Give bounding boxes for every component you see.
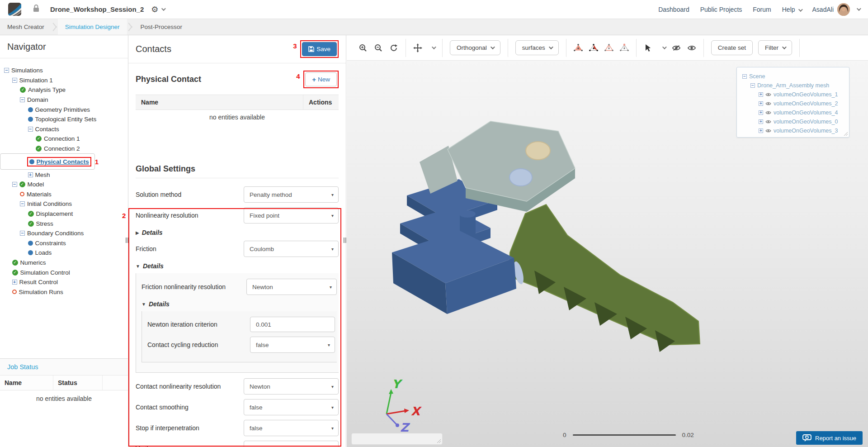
cursor-select-icon[interactable] (644, 43, 653, 52)
user-menu[interactable]: AsadAli (812, 3, 860, 16)
select-contact-smoothing[interactable]: false▾ (244, 399, 339, 415)
details-toggle[interactable]: ▼Details (136, 262, 339, 270)
collapse-icon[interactable]: − (750, 83, 755, 88)
expand-icon[interactable]: + (759, 92, 763, 97)
select-nonlinearity-resolution[interactable]: Fixed point▾ (244, 207, 339, 224)
scene-root[interactable]: −Scene (741, 72, 845, 81)
sidebar-item-simulations[interactable]: −Simulations (0, 66, 128, 76)
scene-item-volumeongeovolumes-0[interactable]: +volumeOnGeoVolumes_0 (741, 117, 845, 126)
details-toggle[interactable]: ▶Details (136, 229, 339, 236)
expand-icon[interactable]: + (12, 280, 17, 285)
input-newton-iteration-criterion[interactable] (250, 317, 335, 332)
collapse-icon[interactable]: − (20, 97, 25, 102)
select-stop-if-interpenetration[interactable]: false▾ (244, 420, 339, 436)
sidebar-item-connection-1[interactable]: ✓Connection 1 (0, 134, 128, 144)
collapse-icon[interactable]: − (20, 231, 25, 236)
chevron-down-icon[interactable] (161, 6, 166, 11)
scene-mesh[interactable]: −Drone_Arm_Assembly mesh (741, 81, 845, 90)
sidebar-item-displacement[interactable]: ✓Displacement (0, 209, 128, 219)
nav-dashboard[interactable]: Dashboard (658, 6, 689, 13)
scene-item-volumeongeovolumes-4[interactable]: +volumeOnGeoVolumes_4 (741, 108, 845, 117)
resize-handle-icon[interactable] (843, 131, 848, 136)
select-node-icon[interactable] (620, 43, 629, 52)
sidebar-item-analysis-type[interactable]: ✓Analysis Type (0, 85, 128, 95)
select-contact-cycling-reduction[interactable]: false▾ (250, 337, 335, 353)
sidebar-item-mesh[interactable]: +Mesh (0, 170, 128, 180)
sidebar-item-simulation-control[interactable]: ✓Simulation Control (0, 267, 128, 277)
chevron-down-icon[interactable] (662, 45, 667, 49)
collapse-icon[interactable]: − (12, 182, 17, 187)
show-entity-icon[interactable] (687, 43, 696, 52)
reset-view-icon[interactable] (389, 43, 398, 52)
pan-move-icon[interactable] (413, 43, 422, 52)
select-verify-norms[interactable]: true▾ (244, 441, 339, 447)
panel-resize-handle[interactable] (126, 238, 128, 243)
tab-simulation-designer[interactable]: Simulation Designer (58, 19, 127, 35)
tab-post-processor[interactable]: Post-Processor (133, 19, 189, 35)
render-mode-dropdown[interactable]: surfaces (515, 40, 559, 55)
select-contact-nonlinearity-resolution[interactable]: Newton▾ (244, 378, 339, 395)
scene-item-volumeongeovolumes-3[interactable]: +volumeOnGeoVolumes_3 (741, 126, 845, 135)
sidebar-item-constraints[interactable]: Constraints (0, 238, 128, 248)
3d-viewport[interactable]: Orthogonal surfaces Create set Filter −S… (347, 35, 868, 447)
sidebar-item-physical-contacts[interactable]: Physical Contacts1 (0, 153, 95, 170)
hide-entity-icon[interactable] (672, 43, 681, 52)
collapse-icon[interactable]: − (12, 78, 17, 83)
sidebar-item-materials[interactable]: Materials (0, 190, 128, 200)
expand-icon[interactable]: + (28, 172, 33, 177)
sidebar-item-connection-2[interactable]: ✓Connection 2 (0, 144, 128, 154)
chevron-down-icon[interactable] (432, 45, 436, 49)
sidebar-item-domain[interactable]: −Domain (0, 95, 128, 105)
nav-help[interactable]: Help (782, 6, 802, 13)
select-volume-icon[interactable] (574, 43, 583, 52)
sidebar-item-boundary-conditions[interactable]: −Boundary Conditions (0, 228, 128, 238)
visibility-eye-icon[interactable] (765, 128, 771, 133)
create-set-button[interactable]: Create set (711, 40, 753, 55)
collapse-icon[interactable]: − (20, 201, 25, 206)
avatar[interactable] (837, 3, 850, 16)
zoom-out-icon[interactable] (374, 43, 383, 52)
new-button[interactable]: + New (305, 72, 337, 86)
sidebar-item-contacts[interactable]: −Contacts (0, 124, 128, 134)
gear-icon[interactable]: ⚙ (151, 5, 158, 14)
filter-dropdown[interactable]: Filter (758, 40, 792, 55)
scene-item-volumeongeovolumes-2[interactable]: +volumeOnGeoVolumes_2 (741, 99, 845, 108)
select-friction-nonlinearity-resolution[interactable]: Newton▾ (246, 279, 337, 295)
tab-mesh-creator[interactable]: Mesh Creator (0, 19, 52, 35)
viewport-message-bar[interactable] (351, 433, 443, 445)
collapse-icon[interactable]: − (4, 68, 9, 73)
select-face-icon[interactable] (589, 43, 598, 52)
sidebar-item-stress[interactable]: ✓Stress (0, 219, 128, 228)
sidebar-item-loads[interactable]: Loads (0, 248, 128, 258)
zoom-in-icon[interactable] (359, 43, 368, 52)
nav-public-projects[interactable]: Public Projects (700, 6, 742, 13)
sidebar-item-initial-conditions[interactable]: −Initial Conditions (0, 199, 128, 209)
expand-icon[interactable]: + (759, 101, 763, 106)
sidebar-item-result-control[interactable]: +Result Control (0, 277, 128, 287)
visibility-eye-icon[interactable] (765, 92, 771, 97)
sidebar-item-simulation-runs[interactable]: Simulation Runs (0, 287, 128, 297)
view-mode-dropdown[interactable]: Orthogonal (450, 40, 500, 55)
visibility-eye-icon[interactable] (765, 119, 771, 124)
scene-item-volumeongeovolumes-1[interactable]: +volumeOnGeoVolumes_1 (741, 90, 845, 99)
report-issue-button[interactable]: Report an issue (796, 431, 863, 445)
expand-icon[interactable]: + (759, 110, 763, 115)
resize-handle-icon[interactable] (436, 438, 441, 443)
details-toggle[interactable]: ▼Details (142, 300, 337, 308)
app-logo[interactable] (8, 3, 21, 16)
nav-forum[interactable]: Forum (753, 6, 771, 13)
visibility-eye-icon[interactable] (765, 101, 771, 106)
collapse-icon[interactable]: − (742, 74, 747, 79)
sidebar-item-topological-entity-sets[interactable]: Topological Entity Sets (0, 114, 128, 124)
sidebar-item-simulation-1[interactable]: −Simulation 1 (0, 76, 128, 86)
collapse-icon[interactable]: − (28, 127, 33, 132)
visibility-eye-icon[interactable] (765, 110, 771, 115)
sidebar-item-model[interactable]: −✓Model (0, 180, 128, 190)
panel-resize-handle[interactable] (344, 238, 346, 243)
select-solution-method[interactable]: Penalty method▾ (244, 186, 339, 203)
select-edge-icon[interactable] (604, 43, 613, 52)
expand-icon[interactable]: + (759, 128, 763, 133)
select-friction[interactable]: Coulomb▾ (244, 241, 339, 257)
expand-icon[interactable]: + (759, 119, 763, 124)
sidebar-item-numerics[interactable]: ✓Numerics (0, 258, 128, 268)
